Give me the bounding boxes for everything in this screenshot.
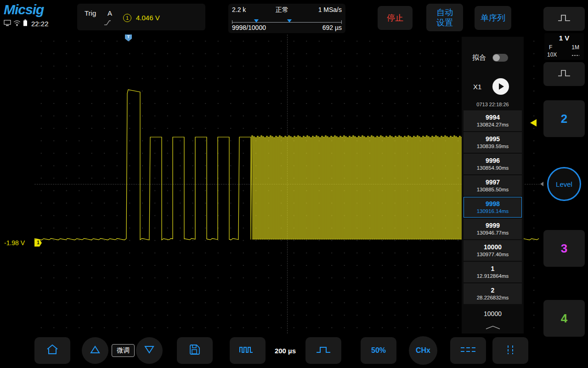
brand-logo: Micsig bbox=[4, 2, 44, 17]
ch1-coupling: F bbox=[549, 44, 552, 51]
home-icon bbox=[46, 344, 59, 357]
auto-setup-label-1: 自动 bbox=[436, 7, 453, 17]
ch1-probe: 10X bbox=[547, 52, 557, 58]
waveform-menu-button[interactable] bbox=[543, 62, 585, 86]
segment-number: 9998 bbox=[486, 200, 500, 208]
level-knob-pointer-icon bbox=[540, 182, 543, 186]
ch1-scale: 1 V bbox=[544, 34, 584, 42]
segment-total: 10000 bbox=[462, 310, 524, 317]
window-position-marker[interactable] bbox=[287, 19, 292, 23]
memory-depth: 2.2 k bbox=[232, 6, 246, 14]
pulse-icon bbox=[558, 69, 571, 79]
segment-row[interactable]: 9999130946.77ms bbox=[464, 218, 522, 239]
ch1-settings-box[interactable]: 1 V F 1M 10X bbox=[544, 33, 584, 60]
single-sequence-button[interactable]: 单序列 bbox=[475, 6, 511, 30]
fit-label: 拟合 bbox=[472, 53, 486, 62]
dashed-line-icon bbox=[572, 52, 579, 58]
segment-datetime: 0713 22:18:26 bbox=[462, 102, 524, 107]
segment-panel: 拟合 X1 0713 22:18:26 9994130824.27ms99951… bbox=[462, 37, 524, 334]
fine-tune-badge[interactable]: 微调 bbox=[112, 344, 135, 357]
segment-number: 1 bbox=[491, 265, 495, 273]
segment-row[interactable]: 9998130916.14ms bbox=[464, 197, 522, 218]
segment-time: 130885.50ms bbox=[477, 186, 509, 193]
slider-end-tick bbox=[341, 20, 342, 24]
auto-setup-button[interactable]: 自动 设置 bbox=[426, 4, 463, 31]
segment-list: 9994130824.27ms9995130839.59ms9996130854… bbox=[464, 110, 522, 305]
home-button[interactable] bbox=[34, 337, 70, 364]
timebase-value[interactable]: 200 µs bbox=[268, 343, 303, 358]
horizontal-dashes-icon bbox=[460, 346, 476, 355]
multi-pulse-icon bbox=[239, 345, 256, 356]
segment-time: 12.912864ms bbox=[477, 273, 509, 280]
wifi-icon bbox=[13, 20, 21, 28]
segment-time: 130824.27ms bbox=[477, 121, 509, 128]
playback-speed: X1 bbox=[473, 83, 481, 91]
fine-adjust-down-button[interactable] bbox=[136, 337, 163, 364]
segment-number: 9999 bbox=[486, 222, 500, 230]
clock-time: 22:22 bbox=[31, 20, 49, 28]
segment-number: 10000 bbox=[484, 243, 502, 251]
level-knob-button[interactable]: Level bbox=[547, 167, 581, 201]
stop-button[interactable]: 停止 bbox=[378, 6, 413, 30]
segment-time: 130946.77ms bbox=[477, 230, 509, 236]
rising-edge-icon bbox=[104, 19, 111, 28]
trigger-position-50-button[interactable]: 50% bbox=[361, 337, 396, 364]
acquisition-status-box[interactable]: 2.2 k 正常 1 MSa/s 9998/10000 692 µs bbox=[228, 4, 345, 33]
ch1-level-label: -1.98 V bbox=[4, 239, 25, 247]
segment-number: 9996 bbox=[486, 157, 500, 165]
trigger-level-value: 4.046 V bbox=[136, 14, 160, 22]
channel-4-button[interactable]: 4 bbox=[543, 300, 585, 337]
trigger-channel-badge: 1 bbox=[123, 14, 131, 22]
save-button[interactable] bbox=[177, 337, 213, 364]
segment-row[interactable]: 112.912864ms bbox=[464, 262, 522, 282]
delay-time: 692 µs bbox=[322, 24, 342, 31]
segment-row[interactable]: 9995130839.59ms bbox=[464, 132, 522, 153]
status-icons: 22:22 bbox=[4, 19, 49, 28]
timebase-position-slider[interactable] bbox=[232, 20, 342, 24]
segment-row[interactable]: 10000130977.40ms bbox=[464, 240, 522, 261]
zoom-out-timebase-button[interactable] bbox=[230, 337, 266, 364]
segment-number: 2 bbox=[491, 287, 495, 294]
trigger-label: Trig bbox=[85, 9, 96, 17]
stop-button-label: 停止 bbox=[387, 12, 403, 23]
oscilloscope-screen: Micsig 22:22 Trig A 1 4.046 V 2.2 k 正常 1… bbox=[0, 0, 588, 368]
segment-row[interactable]: 228.226832ms bbox=[464, 283, 522, 304]
segment-row[interactable]: 9996130854.90ms bbox=[464, 154, 522, 174]
trigger-level-arrow[interactable] bbox=[530, 119, 537, 126]
play-icon bbox=[499, 83, 504, 90]
trigger-position-marker[interactable] bbox=[254, 19, 259, 23]
sample-rate: 1 MSa/s bbox=[318, 6, 342, 14]
vertical-cursors-button[interactable] bbox=[492, 337, 528, 364]
display-icon bbox=[4, 20, 11, 28]
ch1-impedance: 1M bbox=[571, 44, 579, 51]
up-triangle-icon bbox=[90, 345, 101, 356]
fit-toggle[interactable] bbox=[492, 54, 508, 62]
channel-select-button[interactable]: CHx bbox=[409, 336, 437, 365]
slider-end-tick bbox=[232, 20, 232, 24]
segment-number: 9997 bbox=[486, 178, 500, 186]
segment-time: 130839.59ms bbox=[477, 143, 509, 150]
fine-adjust-up-button[interactable] bbox=[82, 337, 108, 364]
horizontal-cursors-button[interactable] bbox=[450, 337, 486, 364]
trigger-menu-button[interactable] bbox=[543, 7, 585, 31]
single-sequence-label: 单序列 bbox=[481, 12, 505, 23]
segment-number: 9995 bbox=[486, 135, 500, 143]
channel-2-button[interactable]: 2 bbox=[543, 100, 585, 137]
frame-counter: 9998/10000 bbox=[232, 24, 266, 31]
play-button[interactable] bbox=[492, 78, 509, 95]
segment-time: 28.226832ms bbox=[477, 294, 509, 301]
segment-time: 130977.40ms bbox=[477, 251, 509, 258]
pulse-icon bbox=[558, 14, 571, 23]
auto-setup-label-2: 设置 bbox=[436, 17, 453, 28]
zoom-in-timebase-button[interactable] bbox=[305, 337, 341, 364]
segment-row[interactable]: 9994130824.27ms bbox=[464, 110, 522, 131]
channel-3-button[interactable]: 3 bbox=[543, 230, 585, 267]
trigger-mode: A bbox=[107, 9, 112, 17]
segment-time: 130916.14ms bbox=[477, 208, 509, 215]
save-icon bbox=[189, 344, 201, 357]
trigger-status-box[interactable]: Trig A 1 4.046 V bbox=[77, 4, 205, 30]
acquire-status: 正常 bbox=[276, 6, 288, 14]
collapse-chevron-icon[interactable] bbox=[462, 323, 524, 331]
battery-icon bbox=[23, 19, 28, 28]
segment-row[interactable]: 9997130885.50ms bbox=[464, 175, 522, 196]
